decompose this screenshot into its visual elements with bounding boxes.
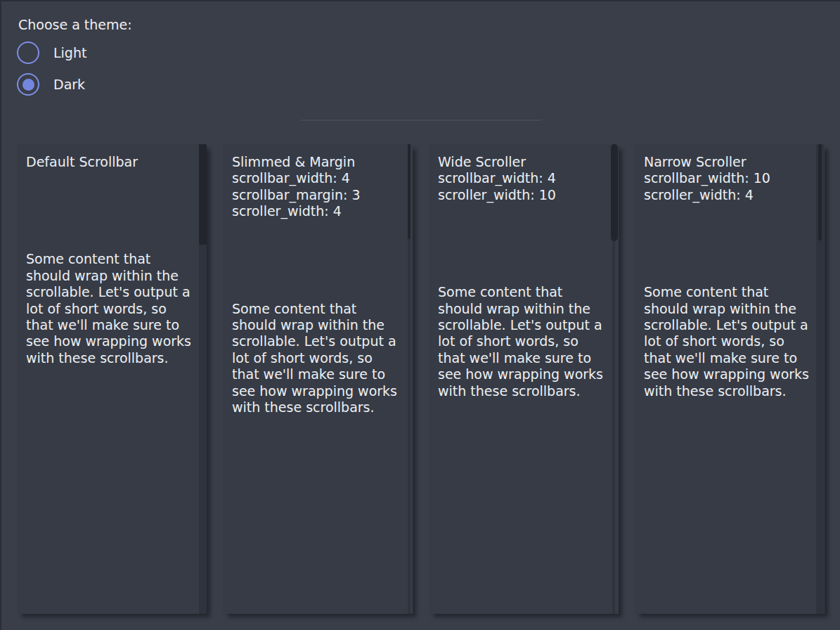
panel-title: Slimmed & Margin: [232, 154, 403, 170]
panel-param: scroller_width: 4: [232, 203, 403, 219]
radio-dark-dot: [22, 79, 34, 91]
panel-param: scrollbar_width: 10: [644, 170, 815, 186]
radio-light-label[interactable]: Light: [53, 45, 86, 60]
panel-header: Slimmed & Marginscrollbar_width: 4scroll…: [223, 144, 413, 220]
scrollbar-thumb[interactable]: [818, 144, 822, 240]
panel-content-text: Some content that should wrap within the…: [232, 301, 401, 416]
scroll-panel[interactable]: Default Scrollbar Some content that shou…: [17, 144, 207, 614]
theme-chooser-label: Choose a theme:: [18, 17, 132, 32]
scroll-panel[interactable]: Narrow Scrollerscrollbar_width: 10scroll…: [635, 144, 825, 614]
radio-option-light[interactable]: Light: [17, 41, 86, 64]
panel-content-text: Some content that should wrap within the…: [26, 251, 195, 366]
scroll-panel[interactable]: Wide Scrollerscrollbar_width: 4scroller_…: [429, 144, 619, 614]
panel-header: Narrow Scrollerscrollbar_width: 10scroll…: [635, 144, 825, 203]
panels-row: Default Scrollbar Some content that shou…: [17, 144, 825, 614]
panel-title: Wide Scroller: [438, 154, 609, 170]
panel-param: scroller_width: 4: [644, 187, 815, 203]
scroll-panel[interactable]: Slimmed & Marginscrollbar_width: 4scroll…: [223, 144, 413, 614]
radio-light-circle[interactable]: [17, 41, 39, 64]
panel-param: scroller_width: 10: [438, 187, 609, 203]
horizontal-divider: [300, 120, 541, 121]
panel-title: Narrow Scroller: [644, 154, 815, 170]
scrollbar-thumb[interactable]: [199, 144, 207, 245]
panel-param: scrollbar_margin: 3: [232, 187, 403, 203]
panel-param: scrollbar_width: 4: [232, 170, 403, 186]
panel-title: Default Scrollbar: [26, 154, 198, 170]
radio-option-dark[interactable]: Dark: [17, 73, 85, 96]
panel-header: Wide Scrollerscrollbar_width: 4scroller_…: [429, 144, 619, 203]
scrollbar-thumb[interactable]: [408, 144, 411, 239]
panel-spacer: [223, 220, 413, 301]
panel-spacer: [635, 203, 825, 284]
radio-dark-label[interactable]: Dark: [53, 77, 85, 92]
panel-content-text: Some content that should wrap within the…: [438, 284, 607, 399]
scrollbar-thumb[interactable]: [611, 144, 618, 241]
app-window: Choose a theme: Light Dark Default Scrol…: [0, 0, 840, 630]
panel-header: Default Scrollbar: [17, 144, 207, 170]
panel-param: scrollbar_width: 4: [438, 170, 609, 186]
radio-dark-circle[interactable]: [17, 73, 39, 96]
panel-spacer: [429, 203, 619, 284]
panel-content-text: Some content that should wrap within the…: [644, 284, 813, 399]
panel-spacer: [17, 170, 207, 251]
